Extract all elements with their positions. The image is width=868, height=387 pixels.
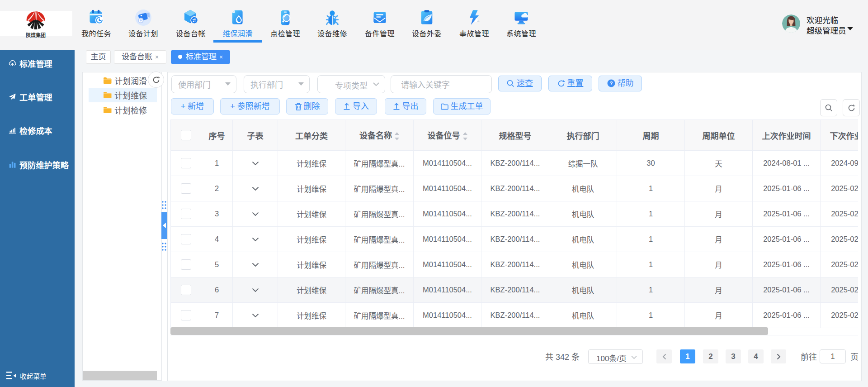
svg-text:?: ?: [609, 81, 613, 86]
